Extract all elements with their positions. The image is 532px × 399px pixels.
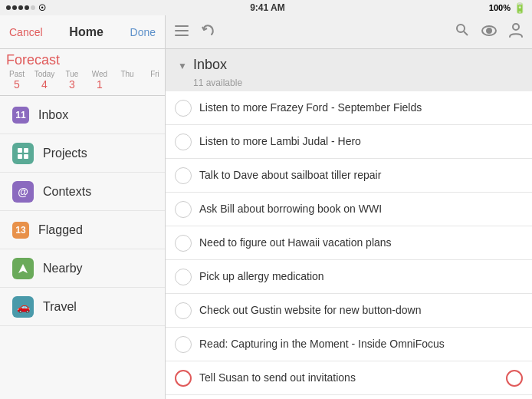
sidebar-item-projects-label: Projects: [43, 147, 87, 160]
search-icon[interactable]: [455, 23, 469, 41]
signal-icon: [6, 5, 35, 10]
forecast-day-past: Past 5: [6, 70, 28, 91]
sidebar-item-travel-label: Travel: [43, 300, 77, 314]
forecast-day-thu: Thu: [117, 70, 138, 91]
sidebar-item-projects[interactable]: Projects: [0, 134, 165, 173]
task-text: Need to figure out Hawaii vacation plans: [199, 228, 523, 257]
task-item[interactable]: Talk to Dave about sailboat tiller repai…: [166, 159, 532, 193]
profile-icon[interactable]: [509, 22, 523, 41]
svg-point-11: [487, 28, 491, 33]
task-circle[interactable]: [175, 134, 192, 150]
sidebar-header: Cancel Home Done: [0, 15, 165, 49]
forecast-strip[interactable]: Forecast Past 5 Today 4 Tue 3 Wed 1: [0, 49, 165, 96]
nearby-icon: [12, 258, 34, 279]
task-text: Ask Bill about borrowing book on WWI: [199, 194, 523, 223]
status-time: 9:41 AM: [250, 2, 285, 13]
forecast-title: Forecast: [6, 52, 159, 68]
sidebar-item-travel[interactable]: 🚗 Travel: [0, 288, 165, 326]
svg-marker-4: [18, 264, 28, 273]
task-text: Tell Susan to send out invitations: [199, 363, 500, 392]
svg-rect-5: [175, 25, 189, 27]
status-right: 100% 🔋: [489, 2, 526, 14]
task-text: Check out Gustin website for new button-…: [199, 295, 523, 325]
menu-icon[interactable]: [175, 24, 189, 40]
active-circle-indicator: [506, 370, 523, 387]
travel-icon: 🚗: [12, 296, 34, 318]
svg-point-8: [457, 25, 465, 32]
task-circle[interactable]: [175, 201, 192, 218]
forecast-day-fri: Fri: [144, 70, 166, 91]
task-list: Listen to more Frazey Ford - September F…: [166, 91, 532, 399]
cancel-button[interactable]: Cancel: [9, 26, 43, 38]
inbox-title: Inbox: [193, 57, 227, 73]
sidebar-item-inbox-label: Inbox: [38, 108, 68, 122]
home-title: Home: [69, 25, 103, 39]
task-item[interactable]: Pick up allergy medication: [166, 260, 532, 294]
task-text: Talk to Dave about sailboat tiller repai…: [199, 160, 523, 190]
sidebar-item-contexts[interactable]: @ Contexts: [0, 173, 165, 211]
right-toolbar: [166, 15, 532, 49]
done-button[interactable]: Done: [130, 26, 156, 38]
inbox-header: ▼ Inbox: [166, 49, 532, 76]
svg-rect-7: [175, 35, 189, 36]
wifi-icon: ☉: [38, 3, 46, 13]
task-item[interactable]: Listen to more Lambi Judal - Hero: [166, 125, 532, 159]
task-text: Read: Capturing in the Moment - Inside O…: [199, 329, 523, 358]
svg-rect-1: [24, 148, 28, 153]
projects-icon: [12, 143, 34, 164]
forecast-day-wed: Wed 1: [89, 70, 110, 91]
right-panel: ▼ Inbox 11 available Listen to more Fraz…: [166, 15, 532, 399]
battery-icon: 🔋: [514, 2, 526, 14]
svg-rect-0: [18, 148, 22, 153]
task-item[interactable]: Tell Susan to send out invitations: [166, 361, 532, 395]
main-layout: Cancel Home Done Forecast Past 5 Today 4…: [0, 15, 532, 399]
eye-icon[interactable]: [481, 24, 497, 40]
task-text: Listen to more Lambi Judal - Hero: [199, 127, 523, 156]
task-circle[interactable]: [175, 269, 192, 285]
task-item[interactable]: Ask Bill about borrowing book on WWI: [166, 193, 532, 226]
sidebar-item-nearby-label: Nearby: [43, 262, 83, 275]
svg-rect-3: [24, 154, 28, 159]
toolbar-right: [455, 22, 523, 41]
forecast-day-tue: Tue 3: [61, 70, 83, 91]
task-circle[interactable]: [175, 100, 192, 117]
task-item-deferred-wrap[interactable]: Unsubscribe from PB mailings Deferred un…: [166, 395, 532, 399]
sidebar-item-inbox[interactable]: 11 Inbox: [0, 96, 165, 134]
svg-rect-6: [175, 30, 189, 31]
forecast-day-today: Today 4: [34, 70, 55, 91]
svg-point-12: [513, 24, 519, 30]
task-circle-active[interactable]: [175, 370, 192, 387]
task-item[interactable]: Need to figure out Hawaii vacation plans: [166, 226, 532, 260]
inbox-triangle: ▼: [178, 61, 187, 71]
task-text: Pick up allergy medication: [199, 262, 523, 291]
sidebar-item-flagged[interactable]: 13 Flagged: [0, 211, 165, 249]
battery-text: 100%: [489, 3, 511, 12]
task-circle[interactable]: [175, 302, 192, 319]
undo-icon[interactable]: [201, 23, 216, 41]
sidebar-nav: 11 Inbox Projects @ Contexts: [0, 96, 165, 399]
svg-rect-2: [18, 154, 22, 159]
task-item[interactable]: Check out Gustin website for new button-…: [166, 294, 532, 328]
status-left: ☉: [6, 3, 46, 13]
inbox-content[interactable]: ▼ Inbox 11 available Listen to more Fraz…: [166, 49, 532, 399]
svg-point-13: [177, 375, 182, 381]
task-text: Listen to more Frazey Ford - September F…: [199, 93, 523, 122]
task-circle[interactable]: [175, 167, 192, 184]
task-circle[interactable]: [175, 336, 192, 353]
contexts-icon: @: [12, 181, 34, 203]
flagged-badge: 13: [12, 222, 29, 239]
status-bar: ☉ 9:41 AM 100% 🔋: [0, 0, 532, 15]
sidebar-item-flagged-label: Flagged: [38, 223, 83, 237]
forecast-days: Past 5 Today 4 Tue 3 Wed 1 Thu: [6, 70, 159, 91]
task-item[interactable]: Listen to more Frazey Ford - September F…: [166, 91, 532, 125]
task-item[interactable]: Unsubscribe from PB mailings: [166, 395, 532, 399]
inbox-badge: 11: [12, 107, 29, 124]
sidebar: Cancel Home Done Forecast Past 5 Today 4…: [0, 15, 166, 399]
sidebar-item-contexts-label: Contexts: [43, 185, 91, 199]
toolbar-left: [175, 23, 216, 41]
svg-line-9: [464, 31, 468, 35]
sidebar-item-nearby[interactable]: Nearby: [0, 249, 165, 288]
task-circle[interactable]: [175, 235, 192, 252]
inbox-count: 11 available: [166, 77, 532, 91]
task-item[interactable]: Read: Capturing in the Moment - Inside O…: [166, 328, 532, 361]
